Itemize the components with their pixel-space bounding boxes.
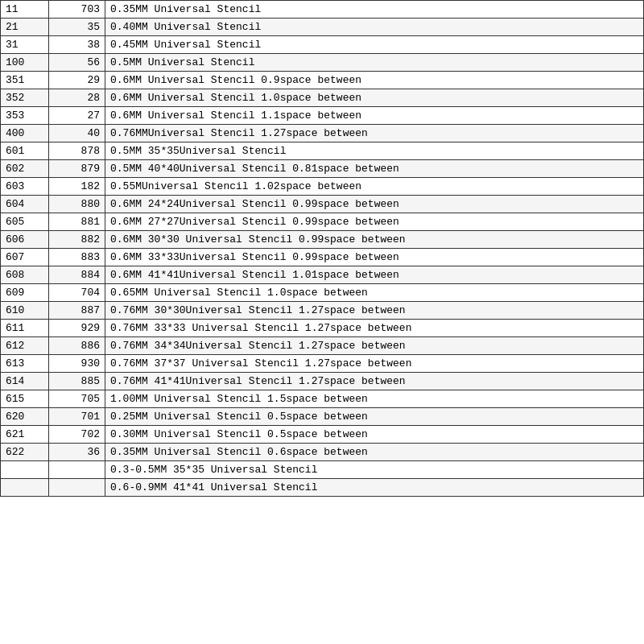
col-number: 884 xyxy=(49,266,105,284)
col-id: 615 xyxy=(1,390,49,408)
col-id: 602 xyxy=(1,160,49,178)
col-description: 0.6MM Universal Stencil 1.0space between xyxy=(105,89,644,107)
col-id: 352 xyxy=(1,89,49,107)
table-row: 31380.45MM Universal Stencil xyxy=(1,36,644,54)
col-id: 613 xyxy=(1,355,49,373)
col-id: 608 xyxy=(1,266,49,284)
col-id: 610 xyxy=(1,302,49,320)
col-description: 0.76MM 37*37 Universal Stencil 1.27space… xyxy=(105,355,644,373)
col-id xyxy=(1,461,49,479)
col-number: 705 xyxy=(49,390,105,408)
col-id: 604 xyxy=(1,196,49,213)
col-number: 56 xyxy=(49,54,105,72)
table-row: 6148850.76MM 41*41Universal Stencil 1.27… xyxy=(1,373,644,390)
col-id: 620 xyxy=(1,408,49,426)
col-id: 11 xyxy=(1,1,49,19)
col-description: 0.76MM 33*33 Universal Stencil 1.27space… xyxy=(105,320,644,337)
col-description: 0.5MM Universal Stencil xyxy=(105,54,644,72)
col-id: 601 xyxy=(1,142,49,160)
col-description: 0.6MM 27*27Universal Stencil 0.99space b… xyxy=(105,213,644,231)
col-number: 28 xyxy=(49,89,105,107)
table-row: 0.3-0.5MM 35*35 Universal Stencil xyxy=(1,461,644,479)
table-row: 6068820.6MM 30*30 Universal Stencil 0.99… xyxy=(1,231,644,249)
col-id: 621 xyxy=(1,426,49,444)
col-number: 702 xyxy=(49,426,105,444)
table-row: 6207010.25MM Universal Stencil 0.5space … xyxy=(1,408,644,426)
col-number: 881 xyxy=(49,213,105,231)
col-number: 879 xyxy=(49,160,105,178)
col-id: 606 xyxy=(1,231,49,249)
table-row: 6217020.30MM Universal Stencil 0.5space … xyxy=(1,426,644,444)
col-description: 0.5MM 35*35Universal Stencil xyxy=(105,142,644,160)
col-description: 0.76MMUniversal Stencil 1.27space betwee… xyxy=(105,125,644,142)
col-number: 882 xyxy=(49,231,105,249)
col-description: 0.35MM Universal Stencil 0.6space betwee… xyxy=(105,444,644,461)
col-description: 0.6MM 33*33Universal Stencil 0.99space b… xyxy=(105,249,644,266)
col-number: 886 xyxy=(49,337,105,355)
col-number: 929 xyxy=(49,320,105,337)
col-number: 885 xyxy=(49,373,105,390)
col-id: 612 xyxy=(1,337,49,355)
table-row: 353270.6MM Universal Stencil 1.1space be… xyxy=(1,107,644,125)
table-row: 6157051.00MM Universal Stencil 1.5space … xyxy=(1,390,644,408)
col-description: 0.6MM 41*41Universal Stencil 1.01space b… xyxy=(105,266,644,284)
table-row: 6031820.55MUniversal Stencil 1.02space b… xyxy=(1,178,644,196)
col-description: 0.6MM Universal Stencil 0.9space between xyxy=(105,72,644,89)
stencil-table: 117030.35MM Universal Stencil21350.40MM … xyxy=(0,0,644,497)
table-row: 6139300.76MM 37*37 Universal Stencil 1.2… xyxy=(1,355,644,373)
col-number: 878 xyxy=(49,142,105,160)
table-row: 6097040.65MM Universal Stencil 1.0space … xyxy=(1,284,644,302)
col-id: 31 xyxy=(1,36,49,54)
col-description: 0.5MM 40*40Universal Stencil 0.81space b… xyxy=(105,160,644,178)
table-row: 117030.35MM Universal Stencil xyxy=(1,1,644,19)
table-row: 6119290.76MM 33*33 Universal Stencil 1.2… xyxy=(1,320,644,337)
col-description: 0.76MM 41*41Universal Stencil 1.27space … xyxy=(105,373,644,390)
table-row: 6048800.6MM 24*24Universal Stencil 0.99s… xyxy=(1,196,644,213)
col-id: 614 xyxy=(1,373,49,390)
col-number: 701 xyxy=(49,408,105,426)
col-number: 883 xyxy=(49,249,105,266)
col-id: 622 xyxy=(1,444,49,461)
table-row: 6128860.76MM 34*34Universal Stencil 1.27… xyxy=(1,337,644,355)
col-number: 36 xyxy=(49,444,105,461)
table-row: 6028790.5MM 40*40Universal Stencil 0.81s… xyxy=(1,160,644,178)
col-description: 0.6MM Universal Stencil 1.1space between xyxy=(105,107,644,125)
table-row: 100560.5MM Universal Stencil xyxy=(1,54,644,72)
col-number: 38 xyxy=(49,36,105,54)
col-id xyxy=(1,479,49,497)
col-description: 1.00MM Universal Stencil 1.5space betwee… xyxy=(105,390,644,408)
table-row: 6108870.76MM 30*30Universal Stencil 1.27… xyxy=(1,302,644,320)
col-description: 0.76MM 34*34Universal Stencil 1.27space … xyxy=(105,337,644,355)
table-row: 21350.40MM Universal Stencil xyxy=(1,19,644,36)
col-description: 0.3-0.5MM 35*35 Universal Stencil xyxy=(105,461,644,479)
col-description: 0.6MM 24*24Universal Stencil 0.99space b… xyxy=(105,196,644,213)
col-id: 351 xyxy=(1,72,49,89)
col-id: 609 xyxy=(1,284,49,302)
col-description: 0.76MM 30*30Universal Stencil 1.27space … xyxy=(105,302,644,320)
col-id: 400 xyxy=(1,125,49,142)
col-number: 930 xyxy=(49,355,105,373)
col-id: 603 xyxy=(1,178,49,196)
table-row: 6058810.6MM 27*27Universal Stencil 0.99s… xyxy=(1,213,644,231)
col-description: 0.25MM Universal Stencil 0.5space betwee… xyxy=(105,408,644,426)
col-number: 887 xyxy=(49,302,105,320)
col-id: 21 xyxy=(1,19,49,36)
table-row: 0.6-0.9MM 41*41 Universal Stencil xyxy=(1,479,644,497)
table-row: 6088840.6MM 41*41Universal Stencil 1.01s… xyxy=(1,266,644,284)
col-id: 607 xyxy=(1,249,49,266)
col-description: 0.30MM Universal Stencil 0.5space betwee… xyxy=(105,426,644,444)
col-number xyxy=(49,479,105,497)
col-number: 704 xyxy=(49,284,105,302)
col-number: 182 xyxy=(49,178,105,196)
col-description: 0.55MUniversal Stencil 1.02space between xyxy=(105,178,644,196)
col-id: 605 xyxy=(1,213,49,231)
col-description: 0.35MM Universal Stencil xyxy=(105,1,644,19)
col-number: 29 xyxy=(49,72,105,89)
table-row: 352280.6MM Universal Stencil 1.0space be… xyxy=(1,89,644,107)
col-number xyxy=(49,461,105,479)
col-description: 0.40MM Universal Stencil xyxy=(105,19,644,36)
col-number: 35 xyxy=(49,19,105,36)
table-row: 622360.35MM Universal Stencil 0.6space b… xyxy=(1,444,644,461)
table-row: 6018780.5MM 35*35Universal Stencil xyxy=(1,142,644,160)
table-row: 400400.76MMUniversal Stencil 1.27space b… xyxy=(1,125,644,142)
